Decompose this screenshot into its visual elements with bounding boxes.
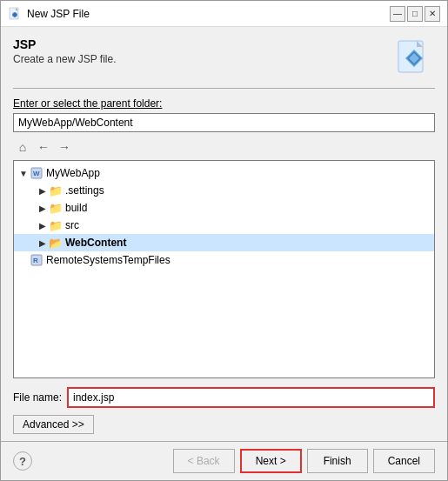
title-bar-left: New JSP File: [8, 7, 90, 21]
header-left: JSP Create a new JSP file.: [13, 37, 117, 65]
tree-item-webcontent[interactable]: ▶ 📂 WebContent: [14, 234, 434, 251]
tree-toggle-src[interactable]: ▶: [37, 221, 49, 230]
title-bar: New JSP File — □ ✕: [1, 1, 447, 27]
footer: ? < Back Next > Finish Cancel: [1, 441, 447, 480]
folder-icon-build: 📁: [49, 201, 63, 215]
header-section: JSP Create a new JSP file.: [13, 37, 435, 79]
tree-label-webcontent: WebContent: [65, 237, 126, 249]
file-name-row: File name:: [13, 387, 435, 408]
tree-label-remotesystems: RemoteSystemsTempFiles: [46, 254, 171, 266]
back-button[interactable]: < Back: [173, 449, 235, 473]
folder-tree[interactable]: ▼ W MyWebApp ▶ 📁 .settings ▶ 📁 buil: [13, 160, 435, 378]
folder-input[interactable]: [13, 113, 435, 132]
next-button[interactable]: Next >: [240, 449, 302, 473]
file-name-label: File name:: [13, 391, 62, 404]
minimize-button[interactable]: —: [390, 6, 405, 22]
tree-item-build[interactable]: ▶ 📁 build: [14, 199, 434, 217]
tree-item-remotesystems[interactable]: R RemoteSystemsTempFiles: [14, 251, 434, 269]
content-area: JSP Create a new JSP file. Enter or sele…: [1, 27, 447, 441]
svg-text:R: R: [33, 257, 38, 264]
file-name-input[interactable]: [67, 387, 435, 408]
tree-label-mywebapp: MyWebApp: [46, 167, 100, 179]
help-button[interactable]: ?: [13, 451, 32, 471]
window-icon: [8, 7, 22, 21]
tree-label-settings: .settings: [65, 184, 104, 197]
tree-item-settings[interactable]: ▶ 📁 .settings: [14, 182, 434, 199]
advanced-button[interactable]: Advanced >>: [13, 415, 94, 434]
jsp-file-icon: [393, 37, 435, 79]
back-nav-button[interactable]: ←: [34, 137, 53, 157]
folder-icon-src: 📁: [49, 218, 63, 232]
project-icon-remote: R: [30, 253, 43, 267]
window: New JSP File — □ ✕ JSP Create a new JSP …: [0, 0, 448, 481]
maximize-button[interactable]: □: [407, 6, 423, 22]
tree-toggle-settings[interactable]: ▶: [37, 186, 49, 196]
header-divider: [13, 88, 435, 89]
window-title: New JSP File: [27, 8, 90, 20]
tree-toolbar: ⌂ ← →: [13, 137, 435, 157]
tree-item-src[interactable]: ▶ 📁 src: [14, 217, 434, 234]
svg-text:W: W: [33, 170, 40, 177]
title-bar-controls: — □ ✕: [390, 6, 440, 22]
tree-item-mywebapp[interactable]: ▼ W MyWebApp: [14, 164, 434, 182]
page-subtitle: Create a new JSP file.: [13, 53, 117, 65]
footer-left: ?: [13, 451, 32, 471]
tree-toggle-mywebapp[interactable]: ▼: [17, 169, 30, 178]
forward-nav-button[interactable]: →: [55, 137, 74, 157]
close-button[interactable]: ✕: [425, 6, 440, 22]
tree-toggle-build[interactable]: ▶: [37, 204, 49, 213]
page-title: JSP: [13, 37, 117, 51]
tree-label-build: build: [65, 202, 87, 214]
project-icon: W: [30, 166, 43, 180]
advanced-section: Advanced >>: [13, 415, 435, 434]
finish-button[interactable]: Finish: [307, 449, 368, 473]
home-button[interactable]: ⌂: [13, 137, 32, 157]
footer-buttons: < Back Next > Finish Cancel: [173, 449, 435, 473]
folder-open-icon-webcontent: 📂: [49, 236, 63, 250]
tree-label-src: src: [65, 219, 79, 231]
tree-toggle-webcontent[interactable]: ▶: [37, 238, 49, 248]
cancel-button[interactable]: Cancel: [373, 449, 435, 473]
folder-icon-settings: 📁: [49, 184, 63, 197]
folder-field-label: Enter or select the parent folder:: [13, 97, 435, 110]
